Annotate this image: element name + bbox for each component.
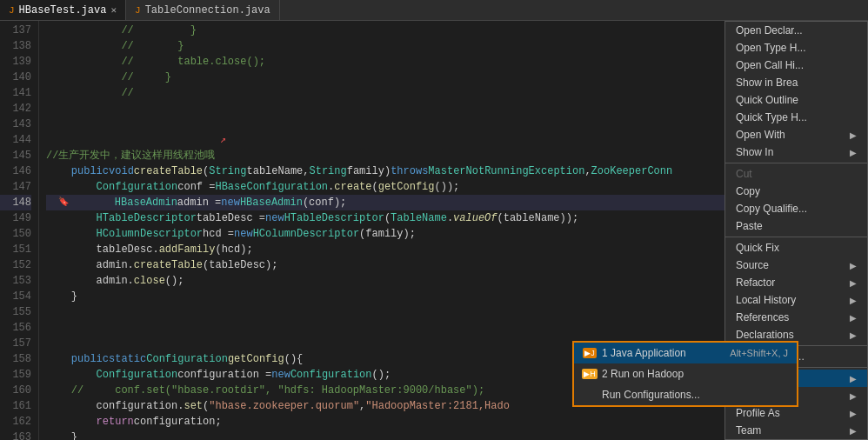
menu-item-copy[interactable]: Copy bbox=[725, 183, 867, 200]
popup-item-hadoop[interactable]: ▶H 2 Run on Hadoop bbox=[574, 363, 797, 384]
code-line-143 bbox=[46, 117, 724, 132]
menu-item-quick-outline[interactable]: Quick Outline bbox=[725, 91, 867, 109]
menu-item-cut: Cut bbox=[725, 165, 867, 183]
main-area: 137 138 139 140 141 142 143 144 145 146 … bbox=[0, 21, 868, 440]
code-line-145: //生产开发中，建议这样用线程池哦 bbox=[46, 148, 724, 163]
menu-item-refactor[interactable]: Refactor bbox=[725, 274, 867, 291]
run-as-popup: ▶J 1 Java Application Alt+Shift+X, J ▶H … bbox=[572, 341, 798, 407]
popup-item-java-app[interactable]: ▶J 1 Java Application Alt+Shift+X, J bbox=[574, 343, 797, 363]
menu-item-local-history[interactable]: Local History bbox=[725, 291, 867, 309]
run-configs-label: Run Configurations... bbox=[602, 389, 700, 401]
code-line-156 bbox=[46, 320, 724, 336]
code-line-141: // bbox=[46, 85, 724, 101]
menu-item-profile-as[interactable]: Profile As bbox=[725, 404, 867, 422]
code-line-146: public void createTable(String tableName… bbox=[46, 163, 724, 179]
code-line-162: return configuration; bbox=[46, 414, 724, 430]
menu-item-open-with[interactable]: Open With bbox=[725, 126, 867, 143]
menu-item-paste[interactable]: Paste bbox=[725, 217, 867, 237]
code-line-140: // } bbox=[46, 70, 724, 85]
run-configs-icon bbox=[583, 388, 597, 402]
menu-item-source[interactable]: Source bbox=[725, 257, 867, 274]
code-line-148: 🔖 HBaseAdmin admin = new HBaseAdmin(conf… bbox=[46, 195, 724, 210]
java-icon: J bbox=[9, 5, 15, 16]
code-line-151: tableDesc.addFamily(hcd); bbox=[46, 242, 724, 257]
java-app-run-icon: ▶J bbox=[583, 346, 597, 360]
popup-item-run-configs[interactable]: Run Configurations... bbox=[574, 384, 797, 405]
code-line-163: } bbox=[46, 430, 724, 440]
code-line-153: admin.close(); bbox=[46, 273, 724, 289]
code-line-137: // } bbox=[46, 23, 724, 38]
code-line-155 bbox=[46, 304, 724, 320]
code-line-150: HColumnDescriptor hcd = new HColumnDescr… bbox=[46, 226, 724, 242]
code-line-154: } bbox=[46, 289, 724, 304]
hadoop-run-icon: ▶H bbox=[583, 367, 597, 381]
tab-close-hbase[interactable]: ✕ bbox=[110, 4, 117, 16]
menu-item-team[interactable]: Team bbox=[725, 422, 867, 439]
tab-bar: J HBaseTest.java ✕ J TableConnection.jav… bbox=[0, 0, 868, 21]
java-app-shortcut: Alt+Shift+X, J bbox=[730, 348, 788, 358]
menu-item-quick-type[interactable]: Quick Type H... bbox=[725, 109, 867, 126]
line-numbers: 137 138 139 140 141 142 143 144 145 146 … bbox=[0, 21, 39, 440]
main-container: J HBaseTest.java ✕ J TableConnection.jav… bbox=[0, 0, 868, 440]
menu-item-open-call[interactable]: Open Call Hi... bbox=[725, 57, 867, 74]
menu-item-open-type-h[interactable]: Open Type H... bbox=[725, 39, 867, 57]
java-icon-2: J bbox=[135, 5, 141, 16]
code-line-142 bbox=[46, 101, 724, 117]
code-line-139: // table.close(); bbox=[46, 54, 724, 70]
tab-tableconnection[interactable]: J TableConnection.java bbox=[126, 0, 280, 20]
tab-hbasetest[interactable]: J HBaseTest.java ✕ bbox=[0, 0, 126, 20]
menu-item-show-in-brea[interactable]: Show in Brea bbox=[725, 74, 867, 91]
java-app-label: 1 Java Application bbox=[602, 347, 686, 359]
code-line-147: Configuration conf = HBaseConfiguration.… bbox=[46, 179, 724, 195]
menu-item-copy-qual[interactable]: Copy Qualifie... bbox=[725, 200, 867, 217]
menu-item-open-decl[interactable]: Open Declar... bbox=[725, 22, 867, 39]
menu-item-quick-fix[interactable]: Quick Fix bbox=[725, 239, 867, 257]
hadoop-label: 2 Run on Hadoop bbox=[602, 368, 684, 380]
code-line-144: ↗ bbox=[46, 132, 724, 148]
menu-item-show-in[interactable]: Show In bbox=[725, 143, 867, 163]
code-line-152: admin.createTable(tableDesc); bbox=[46, 257, 724, 273]
menu-item-references[interactable]: References bbox=[725, 309, 867, 326]
code-line-138: // } bbox=[46, 38, 724, 54]
code-line-149: HTableDescriptor tableDesc = new HTableD… bbox=[46, 210, 724, 226]
